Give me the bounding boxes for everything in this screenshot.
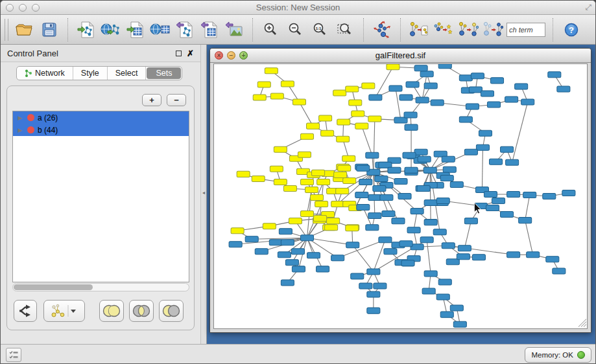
network-desktop: × − + galFiltered.sif: [207, 45, 596, 344]
network-node-blue: [366, 225, 379, 231]
network-node-blue: [442, 243, 455, 249]
expander-icon[interactable]: ▶: [13, 115, 27, 121]
scrollbar-thumb[interactable]: [14, 284, 93, 290]
union-sets-button[interactable]: [99, 300, 124, 322]
zoom-out-button[interactable]: [285, 18, 307, 41]
export-table-button[interactable]: [198, 18, 221, 41]
set-extract-icon: [483, 21, 503, 39]
content-area: Control Panel ✗ Network Style Select Set…: [1, 45, 596, 344]
network-node-blue: [479, 130, 492, 136]
zoom-selected-button[interactable]: [334, 18, 356, 41]
zoom-in-icon: [263, 22, 279, 38]
network-frame-titlebar[interactable]: × − + galFiltered.sif: [210, 49, 591, 63]
network-node-blue: [373, 185, 386, 191]
network-node-blue: [375, 176, 388, 181]
network-node-yellow: [325, 225, 338, 231]
task-history-button[interactable]: [6, 348, 21, 362]
network-node-blue: [331, 255, 344, 261]
close-panel-icon[interactable]: ✗: [187, 49, 194, 58]
network-view[interactable]: [213, 63, 588, 329]
set-extract-button[interactable]: [482, 18, 504, 41]
create-set-from-network-button[interactable]: [43, 300, 85, 322]
float-panel-icon[interactable]: [176, 51, 182, 56]
import-network-web-icon: [101, 21, 121, 38]
panel-splitter[interactable]: ◂: [200, 45, 207, 344]
intersect-sets-button[interactable]: [129, 300, 154, 322]
network-node-blue: [519, 218, 532, 223]
zoom-in-button[interactable]: [260, 18, 282, 41]
help-button[interactable]: ?: [560, 18, 582, 41]
set-color-icon: [27, 114, 34, 121]
network-node-blue: [346, 242, 359, 248]
export-network-button[interactable]: [174, 18, 196, 41]
set-color-icon: [27, 126, 34, 133]
save-session-button[interactable]: [38, 18, 60, 41]
network-node-blue: [281, 240, 294, 245]
toolbar-grip[interactable]: [5, 19, 8, 41]
tab-sets[interactable]: Sets: [147, 67, 181, 79]
split-set-button[interactable]: [14, 300, 37, 322]
set-highlight-button[interactable]: [433, 18, 455, 41]
network-node-yellow: [337, 136, 350, 142]
network-node-blue: [492, 198, 505, 204]
network-node-blue: [291, 249, 304, 255]
sets-list[interactable]: ▶ a (26) ▶ b (44): [12, 111, 189, 282]
sets-horizontal-scrollbar[interactable]: [12, 283, 189, 291]
network-node-blue: [433, 229, 446, 235]
network-node-blue: [557, 86, 570, 92]
network-node-blue: [440, 175, 453, 181]
control-panel-title: Control Panel: [7, 49, 58, 58]
tab-select[interactable]: Select: [108, 67, 147, 80]
network-node-yellow: [312, 170, 325, 176]
tab-style[interactable]: Style: [73, 67, 108, 80]
network-node-yellow: [349, 100, 362, 106]
network-node-blue: [403, 152, 416, 158]
network-node-blue: [466, 104, 479, 109]
set-merge-button[interactable]: [457, 18, 479, 41]
export-image-button[interactable]: [223, 18, 245, 41]
network-node-blue: [388, 167, 401, 173]
list-item-set-a[interactable]: ▶ a (26): [13, 111, 189, 124]
network-node-blue: [457, 254, 470, 260]
network-node-blue: [285, 260, 298, 266]
zoom-actual-size-button[interactable]: 1:1: [309, 18, 331, 41]
network-node-yellow: [274, 179, 287, 185]
network-frame-title: galFiltered.sif: [210, 51, 591, 60]
import-table-web-button[interactable]: [149, 18, 171, 41]
network-node-yellow: [292, 99, 305, 105]
import-table-web-icon: [150, 21, 171, 38]
network-node-yellow: [387, 64, 399, 70]
import-table-file-button[interactable]: [125, 18, 147, 41]
zoom-actual-size-icon: 1:1: [313, 22, 328, 38]
apply-layout-button[interactable]: [371, 18, 393, 41]
import-network-file-button[interactable]: [75, 18, 97, 41]
tab-network[interactable]: Network: [17, 67, 73, 80]
network-node-blue: [464, 218, 477, 224]
open-session-button[interactable]: [14, 18, 36, 41]
network-node-blue: [515, 84, 528, 89]
network-node-yellow: [315, 201, 328, 207]
network-node-blue: [431, 100, 444, 106]
expander-icon[interactable]: ▶: [13, 127, 27, 133]
tab-network-label: Network: [35, 69, 65, 78]
memory-status-button[interactable]: Memory: OK: [525, 347, 591, 363]
splitter-collapse-icon[interactable]: ◂: [202, 190, 205, 196]
network-node-blue: [489, 159, 502, 165]
remove-set-button[interactable]: −: [167, 94, 186, 106]
network-frame[interactable]: × − + galFiltered.sif: [209, 48, 591, 333]
network-node-yellow: [314, 216, 327, 222]
network-node-blue: [450, 305, 463, 311]
search-input[interactable]: ch term: [507, 23, 545, 37]
set-export-button[interactable]: [408, 18, 430, 41]
import-network-web-button[interactable]: [100, 18, 122, 41]
add-set-button[interactable]: +: [142, 94, 161, 106]
network-node-yellow: [346, 86, 359, 92]
fullscreen-icon[interactable]: ⤢: [585, 3, 591, 12]
network-node-blue: [407, 227, 420, 233]
network-node-yellow: [343, 177, 356, 183]
subtract-sets-button[interactable]: [159, 300, 184, 322]
network-node-blue: [300, 235, 313, 241]
main-window: Session: New Session ⤢: [0, 0, 596, 364]
list-item-set-b[interactable]: ▶ b (44): [13, 124, 189, 136]
network-node-blue: [382, 211, 395, 217]
